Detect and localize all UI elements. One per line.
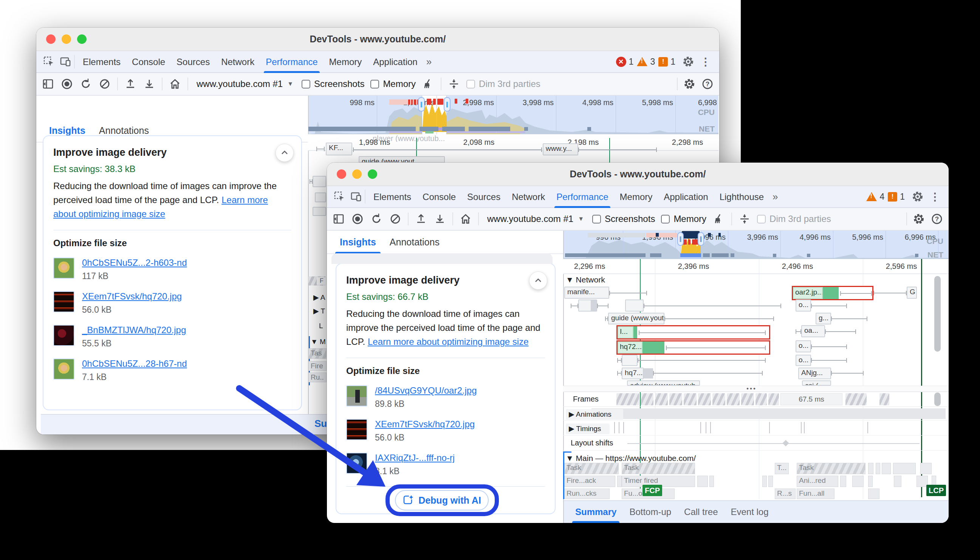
learn-more-link[interactable]: Learn more about optimizing image size [368, 337, 529, 347]
download-profile-icon[interactable] [434, 213, 446, 225]
image-file-link[interactable]: _BnBMZTlJWA/hq720.jpg [82, 325, 186, 335]
network-request[interactable] [315, 192, 326, 202]
settings-gear-icon[interactable] [911, 190, 924, 203]
network-request[interactable]: adview (www.youtub [627, 380, 700, 386]
network-request[interactable]: manife... [564, 287, 609, 299]
gc-broom-icon[interactable] [713, 213, 725, 225]
error-icon[interactable]: ✕ [616, 57, 626, 67]
gc-broom-icon[interactable] [422, 78, 435, 90]
image-file-link[interactable]: 0hCbSENu5Z...2-h603-nd [82, 258, 187, 268]
tab-sources[interactable]: Sources [462, 186, 506, 208]
upload-profile-icon[interactable] [124, 78, 137, 90]
capture-settings-gear-icon[interactable] [912, 213, 925, 225]
history-select[interactable]: www.youtube.com #1▼ [485, 213, 586, 224]
network-request[interactable]: hq7... [622, 368, 644, 379]
menu-dots-icon[interactable]: ⋮ [698, 56, 713, 68]
image-file-link[interactable]: 0hCbSENu5Z...28-h67-nd [82, 358, 187, 369]
image-file-link[interactable]: IAXRiqZtJ-...fff-no-rj [375, 453, 455, 463]
task-bar[interactable]: Fire [308, 361, 327, 371]
history-select[interactable]: www.youtube.com #1▼ [194, 78, 296, 89]
network-request[interactable]: o... [796, 300, 811, 312]
close-button[interactable] [337, 169, 346, 179]
issues-icon[interactable]: ! [658, 57, 668, 67]
tab-sources[interactable]: Sources [171, 51, 216, 73]
record-icon[interactable] [351, 213, 364, 225]
task-bar[interactable]: Run...cks [564, 488, 610, 499]
toggle-sidebar-icon[interactable] [42, 78, 55, 90]
task-bar[interactable]: Ani...red [797, 476, 838, 487]
tab-summary[interactable]: Summary [570, 501, 622, 523]
network-request[interactable] [625, 300, 644, 312]
issues-icon[interactable]: ! [888, 192, 897, 202]
network-request-highlighted[interactable]: oar2.jp... [793, 287, 823, 299]
zoom-button[interactable] [77, 34, 86, 44]
upload-profile-icon[interactable] [415, 213, 427, 225]
home-icon[interactable] [459, 213, 472, 225]
memory-checkbox[interactable]: Memory [370, 78, 416, 89]
scrollbar-thumb[interactable] [934, 392, 941, 406]
network-request[interactable]: KF... [326, 143, 352, 155]
title-bar[interactable]: DevTools - www.youtube.com/ [327, 163, 948, 186]
device-toolbar-icon[interactable] [350, 190, 362, 203]
help-icon[interactable]: ? [930, 213, 943, 225]
more-tabs-icon[interactable]: » [423, 56, 435, 68]
download-profile-icon[interactable] [143, 78, 156, 90]
screenshots-checkbox[interactable]: Screenshots [592, 213, 655, 224]
more-tabs-icon[interactable]: » [769, 191, 781, 203]
collapse-insight-button[interactable] [276, 144, 294, 162]
clear-icon[interactable] [98, 78, 111, 90]
network-request[interactable] [312, 207, 326, 216]
scrollbar-thumb[interactable] [934, 276, 941, 352]
menu-dots-icon[interactable]: ⋮ [927, 190, 943, 203]
network-request[interactable]: o... [796, 355, 811, 366]
tab-event-log[interactable]: Event log [725, 501, 774, 523]
subtab-insights[interactable]: Insights [334, 230, 382, 254]
task-bar[interactable]: Ru.. [308, 372, 327, 382]
network-request[interactable] [312, 176, 326, 187]
tab-memory[interactable]: Memory [324, 51, 368, 73]
network-request[interactable]: guide (www.yout... [359, 156, 445, 163]
collapse-insight-button[interactable] [529, 272, 547, 290]
tab-network[interactable]: Network [506, 186, 551, 208]
task-bar[interactable]: R...s [775, 488, 796, 499]
toggle-sidebar-icon[interactable] [332, 213, 345, 225]
network-request[interactable]: www.y... [543, 143, 578, 155]
tab-elements[interactable]: Elements [77, 51, 126, 73]
record-icon[interactable] [60, 78, 73, 90]
tab-lighthouse[interactable]: Lighthouse [714, 186, 769, 208]
task-bar[interactable]: Task [797, 463, 865, 474]
network-request[interactable]: o... [796, 340, 811, 352]
inspect-element-icon[interactable] [333, 190, 346, 203]
task-bar[interactable]: Fun...all [797, 488, 834, 499]
title-bar[interactable]: DevTools - www.youtube.com/ [36, 28, 719, 51]
selection-handle-right[interactable]: ∥ [444, 97, 450, 112]
image-file-link[interactable]: XEem7tFSvsk/hq720.jpg [82, 291, 182, 302]
warning-icon[interactable] [866, 192, 877, 201]
reload-record-icon[interactable] [80, 78, 92, 90]
network-request[interactable]: G [907, 287, 917, 299]
minimize-button[interactable] [352, 169, 362, 179]
task-bar[interactable]: Tas [308, 348, 327, 359]
capture-settings-gear-icon[interactable] [683, 78, 696, 90]
tab-console[interactable]: Console [126, 51, 171, 73]
home-icon[interactable] [169, 78, 181, 90]
tab-application[interactable]: Application [367, 51, 423, 73]
tab-bottom-up[interactable]: Bottom-up [624, 501, 676, 523]
selection-handle-left[interactable]: ∥ [418, 97, 425, 112]
tab-application[interactable]: Application [658, 186, 714, 208]
tab-memory[interactable]: Memory [614, 186, 658, 208]
tab-call-tree[interactable]: Call tree [679, 501, 723, 523]
task-bar[interactable]: Fire...ack [564, 476, 615, 487]
tab-elements[interactable]: Elements [368, 186, 417, 208]
screenshots-checkbox[interactable]: Screenshots [302, 78, 364, 89]
reload-record-icon[interactable] [370, 213, 383, 225]
minimize-button[interactable] [61, 34, 71, 44]
task-bar[interactable]: Task [564, 463, 619, 474]
warning-icon[interactable] [637, 57, 648, 66]
tab-performance[interactable]: Performance [551, 186, 614, 208]
selection-handle-left[interactable]: ∥ [677, 232, 684, 246]
tab-console[interactable]: Console [417, 186, 462, 208]
network-request[interactable]: csi ( [802, 380, 831, 386]
image-file-link[interactable]: XEem7tFSvsk/hq720.jpg [375, 419, 475, 430]
tab-network[interactable]: Network [216, 51, 260, 73]
